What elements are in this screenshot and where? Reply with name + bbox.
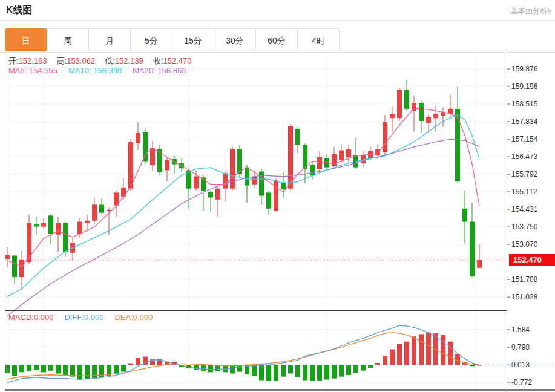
macd-bar-16 [121,365,126,372]
macd-bar-18 [136,358,140,365]
ma5-label: MA5: [8,66,27,75]
candle-45 [332,154,337,166]
macd-tick-label: 0.798 [511,343,530,351]
macd-bar-0 [5,365,10,373]
candle-42 [310,165,315,175]
candle-6 [48,215,53,234]
macd-bar-58 [426,333,431,365]
low-label: 低: [105,56,115,65]
candle-36 [266,192,271,208]
macd-bar-35 [259,365,264,381]
macd-bar-65 [477,365,482,366]
candle-57 [419,103,424,121]
macd-bar-46 [339,365,344,377]
macd-readout: MACD:0.000DIFF:0.000DEA:0.000 [8,313,153,322]
candle-29 [215,189,220,200]
ma5-line [7,108,479,267]
candle-22 [165,160,169,171]
ohlc-readout: 开:152.163高:153.062低:152.139收:152.470 [8,56,202,67]
macd-bar-27 [201,365,206,371]
candle-7 [56,223,61,235]
candle-8 [63,223,68,252]
candles-layer [5,80,482,290]
candle-62 [455,109,460,181]
macd-bar-45 [332,365,337,379]
price-tick-label: 157.834 [511,117,537,126]
macd-histogram [5,333,482,382]
dea-value: 0.000 [133,313,153,322]
candle-59 [433,114,438,118]
macd-bar-9 [70,365,75,377]
macd-bar-48 [353,365,358,373]
price-tick-label: 159.196 [511,82,537,91]
macd-bar-11 [85,365,90,379]
macd-bar-29 [215,365,220,371]
candle-65 [477,260,482,268]
close-label: 收: [153,56,163,65]
candle-47 [346,149,351,157]
dea-label: DEA: [114,313,133,322]
price-tick-label: 153.750 [511,223,537,231]
price-tick-label: 154.431 [511,205,537,214]
macd-bar-12 [92,365,97,378]
candle-63 [462,209,467,222]
candle-0 [5,255,10,259]
price-tick-label: 155.792 [511,170,537,178]
price-tick-label: 153.070 [511,240,537,249]
kline-page: K线图 基本面分析> 日周月5分15分30分60分4时 开:152.163高:1… [0,0,555,392]
candle-1 [12,255,17,277]
diff-value: 0.000 [84,313,104,322]
macd-value: 0.000 [34,313,54,322]
price-tick-label: 157.154 [511,135,537,143]
ma10-value: 156.390 [93,66,122,75]
candle-53 [390,114,395,118]
macd-bar-50 [368,365,373,368]
macd-bar-8 [63,365,68,376]
candle-10 [77,222,82,234]
candle-28 [208,192,213,198]
macd-label: MACD: [8,313,34,322]
macd-bar-53 [390,350,395,365]
macd-bar-37 [274,365,278,381]
candle-16 [121,188,126,197]
price-tick-label: 151.708 [511,275,537,284]
candle-30 [223,173,228,188]
candle-37 [274,180,278,211]
close-value: 152.470 [163,56,192,65]
macd-tick-label: 0.013 [511,361,530,369]
candle-54 [397,90,402,118]
macd-bar-64 [470,365,475,367]
ma10-line [7,115,479,296]
candle-51 [375,149,380,155]
macd-bar-19 [143,356,148,365]
candle-39 [288,126,293,189]
ma-readout: MA5: 154.555MA10: 156.390MA20: 156.866 [8,66,186,75]
macd-bar-41 [303,365,307,381]
macd-bar-15 [114,365,119,375]
candle-5 [41,223,46,226]
macd-bar-5 [41,365,46,373]
macd-tick-label: 1.584 [511,325,530,334]
macd-bar-4 [34,365,39,370]
candle-52 [383,122,387,152]
macd-bar-49 [361,365,366,371]
macd-bar-7 [56,365,61,374]
macd-bar-10 [77,365,82,380]
candle-43 [317,157,322,169]
chart-borders [0,53,555,390]
macd-bar-17 [128,364,133,365]
candle-33 [245,168,249,186]
macd-bar-2 [19,365,24,373]
candle-20 [150,148,155,166]
candle-13 [99,204,104,212]
diff-label: DIFF: [64,313,84,322]
macd-bar-36 [266,365,271,382]
price-tick-label: 155.112 [511,188,537,196]
open-value: 152.163 [19,56,47,65]
macd-bar-47 [346,365,351,376]
candle-19 [143,132,148,161]
macd-bar-56 [412,336,416,365]
macd-bar-52 [383,356,387,365]
low-value: 152.139 [115,56,143,65]
candle-40 [295,129,300,145]
